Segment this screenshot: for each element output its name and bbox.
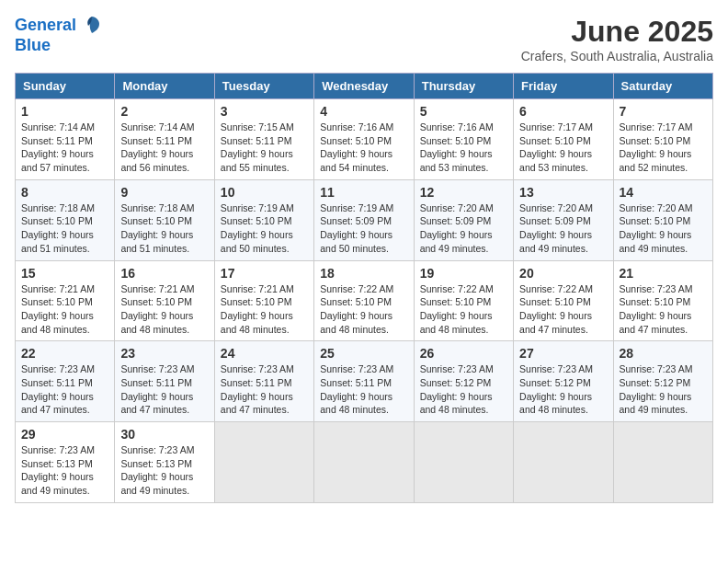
day-number: 13 (519, 185, 607, 200)
day-info: Sunrise: 7:23 AMSunset: 5:11 PMDaylight:… (21, 362, 108, 417)
col-sunday: Sunday (16, 74, 115, 99)
calendar-cell (214, 422, 313, 503)
day-info: Sunrise: 7:21 AMSunset: 5:10 PMDaylight:… (221, 282, 308, 337)
day-info: Sunrise: 7:15 AMSunset: 5:11 PMDaylight:… (221, 121, 308, 175)
calendar-cell: 30Sunrise: 7:23 AMSunset: 5:13 PMDayligh… (115, 422, 214, 503)
day-info: Sunrise: 7:23 AMSunset: 5:12 PMDaylight:… (519, 362, 607, 417)
day-number: 18 (320, 266, 407, 281)
day-number: 7 (620, 104, 707, 119)
day-number: 12 (420, 185, 507, 200)
calendar-cell: 23Sunrise: 7:23 AMSunset: 5:11 PMDayligh… (115, 341, 214, 422)
calendar-cell: 6Sunrise: 7:17 AMSunset: 5:10 PMDaylight… (514, 99, 613, 180)
calendar-cell: 26Sunrise: 7:23 AMSunset: 5:12 PMDayligh… (414, 341, 513, 422)
location-subtitle: Crafers, South Australia, Australia (521, 49, 713, 63)
logo: General Blue (15, 15, 101, 55)
calendar-cell: 9Sunrise: 7:18 AMSunset: 5:10 PMDaylight… (115, 179, 214, 260)
calendar-cell: 10Sunrise: 7:19 AMSunset: 5:10 PMDayligh… (214, 179, 313, 260)
col-thursday: Thursday (414, 74, 513, 99)
calendar-cell: 11Sunrise: 7:19 AMSunset: 5:09 PMDayligh… (314, 179, 414, 260)
logo-bird-icon (83, 15, 101, 37)
title-area: June 2025 Crafers, South Australia, Aust… (521, 15, 713, 63)
day-info: Sunrise: 7:22 AMSunset: 5:10 PMDaylight:… (320, 282, 407, 337)
calendar-cell (314, 422, 414, 503)
calendar-cell: 7Sunrise: 7:17 AMSunset: 5:10 PMDaylight… (613, 99, 712, 180)
page-header: General Blue June 2025 Crafers, South Au… (15, 15, 713, 63)
day-number: 29 (21, 427, 108, 442)
col-monday: Monday (115, 74, 214, 99)
day-number: 16 (120, 266, 208, 281)
day-number: 22 (21, 346, 108, 361)
day-number: 4 (320, 104, 407, 119)
day-info: Sunrise: 7:22 AMSunset: 5:10 PMDaylight:… (420, 282, 507, 337)
calendar-cell: 15Sunrise: 7:21 AMSunset: 5:10 PMDayligh… (16, 260, 115, 341)
day-info: Sunrise: 7:22 AMSunset: 5:10 PMDaylight:… (519, 282, 607, 337)
day-info: Sunrise: 7:20 AMSunset: 5:09 PMDaylight:… (420, 201, 507, 256)
day-number: 27 (519, 346, 607, 361)
day-number: 23 (120, 346, 208, 361)
day-info: Sunrise: 7:19 AMSunset: 5:09 PMDaylight:… (320, 201, 407, 256)
calendar-week-1: 1Sunrise: 7:14 AMSunset: 5:11 PMDaylight… (16, 99, 713, 180)
day-info: Sunrise: 7:17 AMSunset: 5:10 PMDaylight:… (519, 121, 607, 175)
calendar-week-3: 15Sunrise: 7:21 AMSunset: 5:10 PMDayligh… (16, 260, 713, 341)
day-info: Sunrise: 7:23 AMSunset: 5:13 PMDaylight:… (120, 443, 208, 498)
day-number: 11 (320, 185, 407, 200)
calendar-cell (414, 422, 513, 503)
calendar-cell: 2Sunrise: 7:14 AMSunset: 5:11 PMDaylight… (115, 99, 214, 180)
calendar-table: Sunday Monday Tuesday Wednesday Thursday… (15, 73, 713, 503)
calendar-week-2: 8Sunrise: 7:18 AMSunset: 5:10 PMDaylight… (16, 179, 713, 260)
day-number: 15 (21, 266, 108, 281)
day-number: 6 (519, 104, 607, 119)
logo-line1: General (15, 16, 76, 34)
day-info: Sunrise: 7:23 AMSunset: 5:13 PMDaylight:… (21, 443, 108, 498)
day-number: 1 (21, 104, 108, 119)
calendar-cell: 21Sunrise: 7:23 AMSunset: 5:10 PMDayligh… (613, 260, 712, 341)
day-number: 9 (120, 185, 208, 200)
calendar-cell: 4Sunrise: 7:16 AMSunset: 5:10 PMDaylight… (314, 99, 414, 180)
day-number: 21 (620, 266, 707, 281)
month-title: June 2025 (521, 15, 713, 49)
day-info: Sunrise: 7:14 AMSunset: 5:11 PMDaylight:… (120, 121, 208, 175)
day-info: Sunrise: 7:23 AMSunset: 5:12 PMDaylight:… (420, 362, 507, 417)
logo-line2: Blue (15, 37, 101, 55)
day-info: Sunrise: 7:18 AMSunset: 5:10 PMDaylight:… (21, 201, 108, 256)
calendar-cell: 28Sunrise: 7:23 AMSunset: 5:12 PMDayligh… (613, 341, 712, 422)
calendar-cell: 3Sunrise: 7:15 AMSunset: 5:11 PMDaylight… (214, 99, 313, 180)
col-tuesday: Tuesday (214, 74, 313, 99)
day-info: Sunrise: 7:20 AMSunset: 5:09 PMDaylight:… (519, 201, 607, 256)
day-number: 26 (420, 346, 507, 361)
calendar-cell: 24Sunrise: 7:23 AMSunset: 5:11 PMDayligh… (214, 341, 313, 422)
day-info: Sunrise: 7:21 AMSunset: 5:10 PMDaylight:… (120, 282, 208, 337)
logo-text: General (15, 15, 101, 37)
day-number: 8 (21, 185, 108, 200)
calendar-cell: 16Sunrise: 7:21 AMSunset: 5:10 PMDayligh… (115, 260, 214, 341)
calendar-cell: 20Sunrise: 7:22 AMSunset: 5:10 PMDayligh… (514, 260, 613, 341)
day-info: Sunrise: 7:19 AMSunset: 5:10 PMDaylight:… (221, 201, 308, 256)
col-wednesday: Wednesday (314, 74, 414, 99)
col-saturday: Saturday (613, 74, 712, 99)
calendar-week-5: 29Sunrise: 7:23 AMSunset: 5:13 PMDayligh… (16, 422, 713, 503)
col-friday: Friday (514, 74, 613, 99)
calendar-cell (613, 422, 712, 503)
day-info: Sunrise: 7:23 AMSunset: 5:12 PMDaylight:… (620, 362, 707, 417)
day-number: 17 (221, 266, 308, 281)
day-number: 2 (120, 104, 208, 119)
day-number: 20 (519, 266, 607, 281)
calendar-cell: 29Sunrise: 7:23 AMSunset: 5:13 PMDayligh… (16, 422, 115, 503)
calendar-cell: 17Sunrise: 7:21 AMSunset: 5:10 PMDayligh… (214, 260, 313, 341)
calendar-cell: 27Sunrise: 7:23 AMSunset: 5:12 PMDayligh… (514, 341, 613, 422)
day-info: Sunrise: 7:21 AMSunset: 5:10 PMDaylight:… (21, 282, 108, 337)
day-number: 25 (320, 346, 407, 361)
day-number: 19 (420, 266, 507, 281)
calendar-cell: 1Sunrise: 7:14 AMSunset: 5:11 PMDaylight… (16, 99, 115, 180)
day-info: Sunrise: 7:23 AMSunset: 5:11 PMDaylight:… (320, 362, 407, 417)
calendar-cell: 19Sunrise: 7:22 AMSunset: 5:10 PMDayligh… (414, 260, 513, 341)
calendar-cell (514, 422, 613, 503)
day-number: 3 (221, 104, 308, 119)
day-info: Sunrise: 7:16 AMSunset: 5:10 PMDaylight:… (420, 121, 507, 175)
calendar-cell: 22Sunrise: 7:23 AMSunset: 5:11 PMDayligh… (16, 341, 115, 422)
day-info: Sunrise: 7:20 AMSunset: 5:10 PMDaylight:… (620, 201, 707, 256)
day-number: 14 (620, 185, 707, 200)
day-number: 5 (420, 104, 507, 119)
calendar-cell: 18Sunrise: 7:22 AMSunset: 5:10 PMDayligh… (314, 260, 414, 341)
day-number: 30 (120, 427, 208, 442)
